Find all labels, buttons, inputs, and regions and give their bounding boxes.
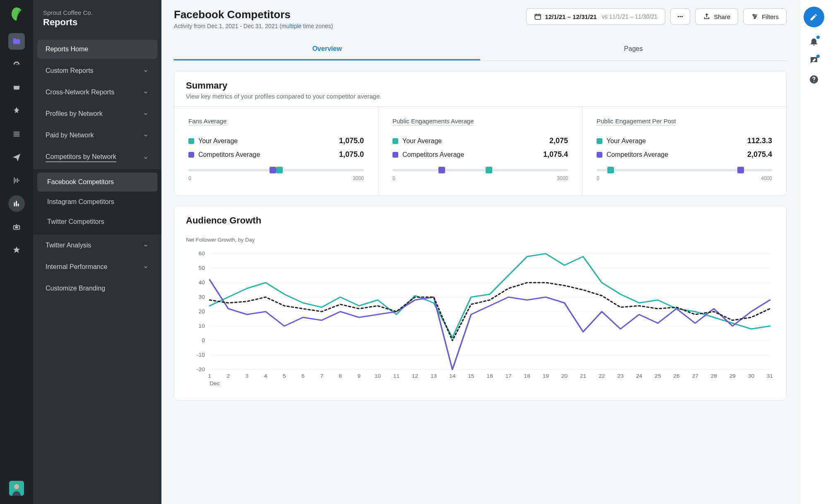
compose-button[interactable] <box>804 7 824 27</box>
competitors-average-label: Competitors Average <box>402 151 464 158</box>
nav-cross-network[interactable]: Cross-Network Reports <box>37 83 157 102</box>
svg-text:4: 4 <box>264 373 267 379</box>
legend-swatch-teal <box>392 138 398 144</box>
tab-pages[interactable]: Pages <box>480 38 787 60</box>
calendar-icon <box>534 13 542 20</box>
summary-card: Summary View key metrics of your profile… <box>174 71 787 196</box>
svg-text:25: 25 <box>655 373 661 379</box>
your-average-value: 112.3.3 <box>747 137 772 145</box>
nav-inbox-icon[interactable] <box>8 79 25 96</box>
user-avatar[interactable] <box>9 481 24 496</box>
chevron-down-icon <box>142 132 149 139</box>
svg-text:5: 5 <box>283 373 286 379</box>
range-min: 0 <box>597 175 599 181</box>
nav-pulse-icon[interactable] <box>8 172 25 189</box>
range-max: 4000 <box>761 175 772 181</box>
svg-text:0: 0 <box>202 338 205 343</box>
svg-text:-10: -10 <box>197 352 205 358</box>
nav-gauge-icon[interactable] <box>8 56 25 73</box>
competitor-subgroup: Facebook Competitors Instagram Competito… <box>33 169 161 235</box>
range-bar <box>392 169 568 171</box>
svg-text:17: 17 <box>505 373 511 379</box>
svg-text:9: 9 <box>357 373 361 379</box>
sub-instagram-competitors[interactable]: Instagram Competitors <box>37 192 157 211</box>
notifications-icon[interactable] <box>809 36 819 46</box>
nav-custom-reports[interactable]: Custom Reports <box>37 61 157 80</box>
svg-text:26: 26 <box>673 373 679 379</box>
tab-overview[interactable]: Overview <box>174 38 480 60</box>
nav-paid-network[interactable]: Paid by Network <box>37 126 157 145</box>
sub-facebook-competitors[interactable]: Facebook Competitors <box>37 173 157 192</box>
svg-text:60: 60 <box>199 251 205 257</box>
your-average-value: 2,075 <box>549 137 568 145</box>
feedback-icon[interactable] <box>809 55 819 65</box>
timezone-link[interactable]: multiple <box>282 23 301 29</box>
svg-text:11: 11 <box>393 373 400 379</box>
range-min: 0 <box>188 175 191 181</box>
nav-internal-performance[interactable]: Internal Performance <box>37 257 157 276</box>
nav-customize-branding[interactable]: Customize Branding <box>37 279 157 298</box>
svg-rect-2 <box>535 14 541 19</box>
nav-list-icon[interactable] <box>8 126 25 142</box>
audience-card: Audience Growth Net Follower Growth, by … <box>174 206 787 401</box>
notification-dot <box>816 55 820 58</box>
page-title: Facebook Competitors <box>174 8 333 21</box>
notification-dot <box>816 36 820 39</box>
nav-twitter-analysis[interactable]: Twitter Analysis <box>37 236 157 255</box>
filters-button[interactable]: Filters <box>743 8 787 25</box>
competitors-average-label: Competitors Average <box>198 151 260 158</box>
svg-text:14: 14 <box>449 373 455 379</box>
range-marker-competitor <box>270 167 276 173</box>
app-logo <box>9 7 24 22</box>
nav-competitors-network[interactable]: Competitors by Network <box>37 147 157 168</box>
nav-pin-icon[interactable] <box>8 103 25 119</box>
nav-reports-icon[interactable] <box>8 195 25 212</box>
summary-col: Fans Average Your Average 1,075.0 Compet… <box>174 107 378 195</box>
right-rail <box>799 0 828 504</box>
nav-bot-icon[interactable] <box>8 218 25 235</box>
chevron-down-icon <box>142 110 149 117</box>
svg-text:40: 40 <box>199 280 205 286</box>
chart-label: Net Follower Growth, by Day <box>186 237 775 243</box>
range-bar <box>188 169 364 171</box>
svg-text:21: 21 <box>580 373 586 379</box>
sub-twitter-competitors[interactable]: Twitter Competitors <box>37 212 157 231</box>
chevron-down-icon <box>142 154 149 161</box>
nav-reports-home[interactable]: Reports Home <box>37 40 157 59</box>
svg-text:13: 13 <box>431 373 437 379</box>
nav-send-icon[interactable] <box>8 149 25 166</box>
svg-text:30: 30 <box>199 294 205 300</box>
legend-swatch-teal <box>188 138 194 144</box>
svg-text:20: 20 <box>561 373 568 379</box>
your-average-value: 1,075.0 <box>339 137 364 145</box>
svg-text:20: 20 <box>199 309 205 314</box>
share-button[interactable]: Share <box>695 8 738 25</box>
date-range-button[interactable]: 12/1/21 – 12/31/21 vs 11/1/21 – 11/30/21 <box>526 8 665 25</box>
filters-icon <box>751 13 758 20</box>
your-average-label: Your Average <box>198 137 238 145</box>
nav-folder-icon[interactable] <box>8 33 25 50</box>
svg-point-1 <box>14 484 19 489</box>
line-chart: -20-100102030405060123456789101112131415… <box>186 250 775 390</box>
svg-text:23: 23 <box>617 373 623 379</box>
more-button[interactable] <box>670 8 690 25</box>
svg-text:27: 27 <box>692 373 698 379</box>
help-icon[interactable] <box>809 74 819 84</box>
metric-title: Public Engagements Average <box>392 118 474 126</box>
svg-text:8: 8 <box>339 373 342 379</box>
legend-swatch-purple <box>188 152 194 158</box>
svg-point-4 <box>680 16 681 17</box>
svg-text:Dec: Dec <box>209 381 220 386</box>
range-min: 0 <box>392 175 395 181</box>
more-icon <box>676 13 684 20</box>
range-marker-competitor <box>438 167 445 173</box>
svg-text:22: 22 <box>599 373 605 379</box>
nav-star-icon[interactable] <box>8 242 25 258</box>
legend-swatch-purple <box>392 152 398 158</box>
svg-point-3 <box>678 16 679 17</box>
summary-col: Public Engagement Per Post Your Average … <box>582 107 786 195</box>
nav-profiles-network[interactable]: Profiles by Network <box>37 104 157 123</box>
legend-swatch-teal <box>597 138 602 144</box>
legend-swatch-purple <box>597 152 602 158</box>
svg-text:1: 1 <box>208 373 212 379</box>
